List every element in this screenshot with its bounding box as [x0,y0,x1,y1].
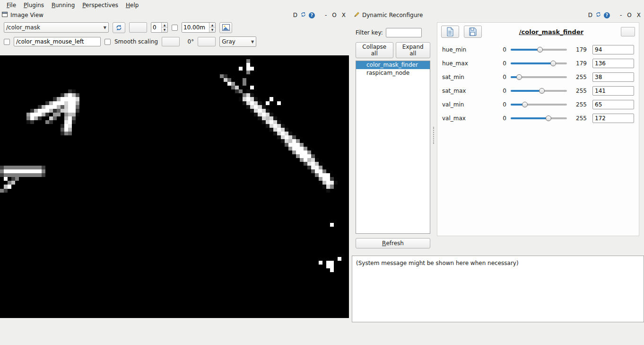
menu-perspectives[interactable]: Perspectives [78,1,122,9]
pencil-icon [354,11,360,19]
image-view-panel: Image View D ? - O X /color_mask ▼ ▲ ▼ [0,10,349,322]
param-slider[interactable] [511,60,567,67]
menu-file[interactable]: File [3,1,20,9]
menu-plugins[interactable]: Plugins [20,1,48,9]
slider-fill [511,90,542,92]
param-value-input[interactable] [592,45,634,54]
param-slider[interactable] [511,101,567,108]
dynamic-range-checkbox[interactable] [172,25,178,31]
document-load-icon [446,27,454,36]
zero-spinbox[interactable]: ▲ ▼ [151,22,168,33]
param-max-value: 255 [571,88,587,94]
param-slider[interactable] [511,46,567,53]
panel-title: Image View [10,12,44,18]
node-selector-pane: Filter key: Collapse all Expand all colo… [356,22,430,248]
refresh-button[interactable]: Refresh [356,238,430,248]
card-blank-button[interactable] [621,27,635,36]
param-slider[interactable] [511,73,567,81]
slider-fill [511,49,540,51]
rotate-right-button[interactable] [198,37,216,46]
menu-help[interactable]: Help [122,1,142,9]
dock-settings-button[interactable]: D [588,12,593,18]
range-spinbox-input[interactable] [182,23,209,32]
node-list[interactable]: color_mask_finderraspicam_node [356,61,430,234]
colormap-select[interactable]: Gray ▼ [219,36,256,47]
param-max-value: 179 [571,46,587,53]
param-row: hue_max 0 179 [442,56,634,70]
collapse-all-button[interactable]: Collapse all [356,42,393,58]
save-image-button[interactable] [219,22,232,33]
mouse-publish-checkbox[interactable] [4,39,10,45]
param-label: sat_max [442,88,499,94]
spin-down-icon[interactable]: ▼ [209,27,215,33]
zero-spinbox-input[interactable] [151,23,161,32]
minimize-button[interactable]: - [323,12,328,18]
slider-handle[interactable] [539,88,545,94]
param-slider[interactable] [511,115,567,122]
param-slider[interactable] [511,87,567,95]
reload-plugin-icon[interactable] [595,11,601,19]
param-label: hue_min [442,46,499,53]
filter-key-input[interactable] [386,28,422,37]
range-spinbox[interactable]: ▲ ▼ [182,22,216,33]
chevron-down-icon: ▼ [249,40,254,44]
slider-handle[interactable] [522,102,528,107]
image-view-icon [2,11,8,19]
spin-up-icon[interactable]: ▲ [209,23,215,27]
splitter-handle[interactable] [430,22,437,248]
refresh-topics-button[interactable] [113,22,125,33]
param-value-input[interactable] [592,86,634,96]
spin-down-icon[interactable]: ▼ [162,27,167,33]
param-label: sat_min [442,74,499,80]
rotation-angle-label: 0° [183,38,194,45]
smooth-scaling-checkbox[interactable] [104,39,111,45]
filter-key-label: Filter key: [356,29,383,36]
param-row: val_min 0 255 [442,97,634,111]
param-label: val_max [442,115,499,122]
filter-row: Filter key: [356,28,430,37]
param-value-input[interactable] [592,72,634,82]
camera-image[interactable] [0,55,349,318]
dynamic-reconfigure-titlebar: Dynamic Reconfigure D ? - O X [352,10,644,20]
slider-handle[interactable] [546,115,551,121]
param-max-value: 255 [571,101,587,108]
param-value-input[interactable] [592,100,634,109]
help-icon[interactable]: ? [309,12,315,18]
parameter-editor-card: /color_mask_finder hue_min 0 179 hue_max… [437,22,639,236]
close-button[interactable]: X [340,12,347,18]
toolbar-blank-button[interactable] [129,22,147,33]
param-value-input[interactable] [592,114,634,123]
save-image-icon [222,24,230,31]
slider-handle[interactable] [550,61,556,66]
expand-all-button[interactable]: Expand all [396,42,431,58]
node-list-item[interactable]: raspicam_node [356,69,430,77]
dock-settings-button[interactable]: D [293,12,298,18]
close-button[interactable]: X [635,12,642,18]
spin-up-icon[interactable]: ▲ [162,23,167,27]
minimize-button[interactable]: - [618,12,623,18]
restore-button[interactable]: O [626,12,633,18]
param-min-value: 0 [499,46,506,53]
system-message-text: (System message might be shown here when… [356,260,519,266]
param-label: hue_max [442,60,499,67]
slider-handle[interactable] [516,74,522,80]
mouse-topic-input[interactable] [14,37,101,46]
menu-running[interactable]: Running [48,1,78,9]
param-row: sat_max 0 255 [442,84,634,97]
help-icon[interactable]: ? [604,12,610,18]
image-view-toolbar-row2: Smooth scaling 0° Gray ▼ [0,35,349,49]
restore-button[interactable]: O [331,12,338,18]
load-params-button[interactable] [441,26,459,38]
param-row: hue_min 0 179 [442,43,634,56]
slider-handle[interactable] [537,47,543,53]
topic-select[interactable]: /color_mask ▼ [4,22,109,33]
node-list-item[interactable]: color_mask_finder [356,61,430,69]
reload-plugin-icon[interactable] [300,11,306,19]
image-view-titlebar: Image View D ? - O X [0,10,349,20]
save-params-button[interactable] [464,26,482,38]
param-value-input[interactable] [592,59,634,68]
param-max-value: 255 [571,74,587,80]
param-list: hue_min 0 179 hue_max 0 179 sat_min 0 25… [437,40,639,128]
selected-node-title: /color_mask_finder [487,28,616,35]
rotate-left-button[interactable] [162,37,180,46]
